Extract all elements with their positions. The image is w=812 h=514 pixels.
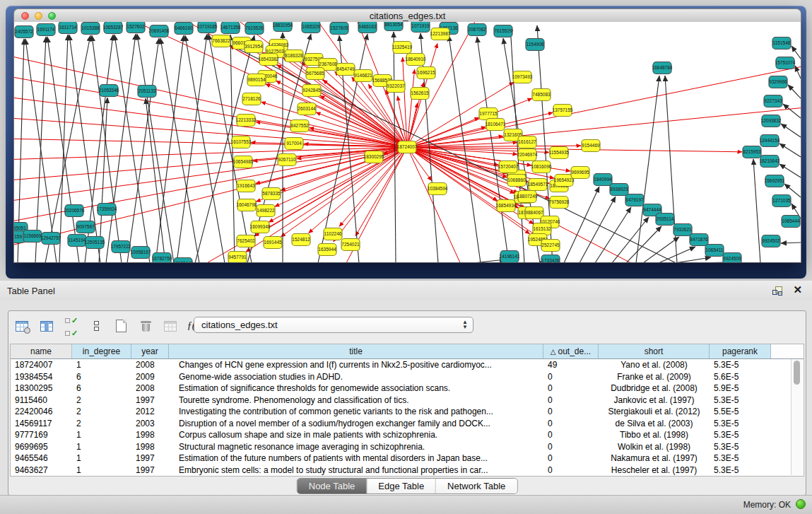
cell-in_degree[interactable]: 6 [72, 371, 131, 383]
network-node[interactable]: 2718126 [242, 93, 261, 105]
cell-title[interactable]: Changes of HCN gene expression and I(f) … [169, 359, 543, 371]
network-node[interactable]: 1524812 [292, 234, 310, 246]
cell-title[interactable]: Tourette syndrome. Phenomenology and cla… [169, 395, 543, 407]
network-node[interactable]: 1691445 [264, 237, 282, 249]
network-node[interactable]: 9267110 [278, 154, 296, 166]
network-node[interactable]: 16543382 [259, 54, 279, 66]
network-node[interactable]: 5675685 [306, 68, 324, 80]
network-node[interactable]: 11554935 [549, 147, 570, 159]
network-node[interactable]: 7663822 [212, 35, 230, 47]
network-node[interactable]: 1156869 [23, 230, 42, 243]
table-row[interactable]: 1872400712008Changes of HCN gene express… [11, 359, 804, 371]
network-node[interactable]: 7254021 [341, 239, 360, 251]
network-node[interactable]: 2603144 [298, 103, 316, 115]
network-node[interactable]: 15692951 [765, 175, 785, 187]
network-node[interactable]: 16782759 [152, 253, 172, 263]
network-node[interactable]: 10958167 [131, 247, 151, 259]
network-node[interactable]: 12093832 [761, 115, 782, 127]
table-row[interactable]: 946362711997Embryonic stem cells: a mode… [11, 465, 804, 477]
cell-out_de[interactable]: 0 [543, 382, 599, 395]
network-node[interactable]: 8454749 [336, 64, 355, 76]
network-node[interactable]: 13757155 [553, 105, 573, 117]
cell-pagerank[interactable]: 5.3E-5 [710, 452, 771, 465]
cell-in_degree[interactable]: 6 [72, 382, 131, 395]
new-table-icon[interactable] [112, 317, 130, 335]
cell-name[interactable]: 9465546 [11, 452, 72, 465]
network-node[interactable]: 12505135 [85, 237, 105, 249]
network-node[interactable]: 6466163 [358, 22, 377, 33]
network-node[interactable]: 16210643 [760, 156, 780, 168]
network-node[interactable]: 9154469 [582, 140, 600, 152]
network-node[interactable]: 1145194 [68, 235, 86, 247]
cell-out_de[interactable]: 0 [543, 395, 599, 407]
cell-year[interactable]: 2008 [131, 359, 169, 371]
network-node[interactable]: 9329966 [769, 76, 787, 88]
network-node[interactable]: 1527605 [330, 23, 348, 35]
network-node[interactable]: 22046974 [517, 149, 538, 161]
cell-out_de[interactable]: 0 [543, 406, 599, 418]
table-row[interactable]: 2242004622012Investigating the contribut… [11, 406, 804, 418]
network-node[interactable]: 1065411 [705, 245, 724, 257]
network-node[interactable]: 12213987 [430, 28, 451, 40]
cell-short[interactable]: Jankovic et al. (1997) [599, 395, 710, 407]
network-node[interactable]: 16099348 [250, 221, 271, 233]
cell-title[interactable]: Disruption of a novel member of a sodium… [169, 418, 543, 430]
network-node[interactable]: 7615526 [245, 23, 264, 35]
cell-out_de[interactable]: 0 [543, 441, 599, 453]
cell-short[interactable]: Dudbridge et al. (2008) [599, 382, 710, 395]
network-node[interactable]: 9457791 [228, 252, 247, 263]
table-row[interactable]: 1456911722003Disruption of a novel membe… [11, 418, 804, 430]
network-node[interactable]: 8938923 [610, 184, 628, 196]
table-settings-icon[interactable] [13, 317, 31, 335]
network-node[interactable]: 2051133 [138, 86, 156, 98]
cell-year[interactable]: 1997 [131, 465, 169, 477]
network-node[interactable]: 11325419 [392, 42, 413, 54]
table-row[interactable]: 911546021997Tourette syndrome. Phenomeno… [11, 395, 804, 407]
network-node[interactable]: 5878335 [262, 188, 281, 200]
network-node[interactable]: 3912954 [245, 41, 263, 53]
cell-year[interactable]: 2008 [131, 382, 169, 395]
cell-in_degree[interactable]: 1 [72, 452, 131, 465]
cell-title[interactable]: Structural magnetic resonance image aver… [169, 441, 543, 453]
network-node[interactable]: 1271035 [772, 195, 791, 207]
network-node[interactable]: 1616127 [518, 136, 536, 148]
network-node[interactable]: 15751074 [775, 57, 796, 69]
cell-short[interactable]: de Silva et al. (2003) [599, 418, 710, 430]
cell-out_de[interactable]: 0 [543, 452, 599, 465]
network-node[interactable]: 15720407 [498, 161, 519, 173]
cell-year[interactable]: 1997 [131, 395, 169, 407]
network-node[interactable]: 9227343 [764, 95, 782, 107]
network-node[interactable]: 10653287 [103, 22, 124, 34]
cell-out_de[interactable]: 0 [543, 465, 599, 477]
cell-name[interactable]: 9699695 [11, 441, 72, 453]
network-node[interactable]: 12213332 [236, 115, 257, 127]
network-node[interactable]: 9884067 [525, 207, 543, 219]
cell-in_degree[interactable]: 2 [72, 395, 131, 407]
network-hub-node[interactable]: 18724007 [397, 141, 418, 153]
network-node[interactable]: 20206576 [64, 205, 85, 217]
network-node[interactable]: 1015388 [81, 23, 100, 35]
cell-short[interactable]: Franke et al. (2009) [599, 371, 710, 383]
column-header-year[interactable]: year [131, 344, 169, 358]
table-row[interactable]: 969969511998Structural magnetic resonanc… [11, 441, 804, 453]
cell-in_degree[interactable]: 1 [72, 359, 131, 371]
network-node[interactable]: 1527602 [126, 22, 145, 33]
network-node[interactable]: 16648784 [652, 62, 673, 74]
network-node[interactable]: 7625402 [237, 235, 255, 247]
column-header-in_degree[interactable]: in_degree [72, 344, 131, 358]
network-node[interactable]: 9699695 [571, 167, 589, 179]
network-node[interactable]: 1691174 [37, 24, 55, 36]
network-node[interactable]: 7615529 [494, 25, 512, 37]
network-node[interactable]: 1068860 [507, 175, 526, 187]
cell-pagerank[interactable]: 5.3E-5 [710, 359, 771, 371]
network-node[interactable]: 18106471 [486, 119, 506, 131]
network-node[interactable]: 17359924 [97, 204, 117, 216]
network-node[interactable]: 2405572 [15, 26, 33, 38]
table-row[interactable]: 946554611997Estimation of the future num… [11, 452, 804, 465]
network-node[interactable]: 18640910 [406, 54, 426, 66]
network-node[interactable]: 1696215 [417, 67, 435, 79]
tab-edge-table[interactable]: Edge Table [367, 479, 436, 493]
cell-pagerank[interactable]: 5.3E-5 [710, 429, 771, 441]
show-column-icon[interactable] [37, 317, 56, 335]
cell-name[interactable]: 9463627 [11, 465, 72, 477]
